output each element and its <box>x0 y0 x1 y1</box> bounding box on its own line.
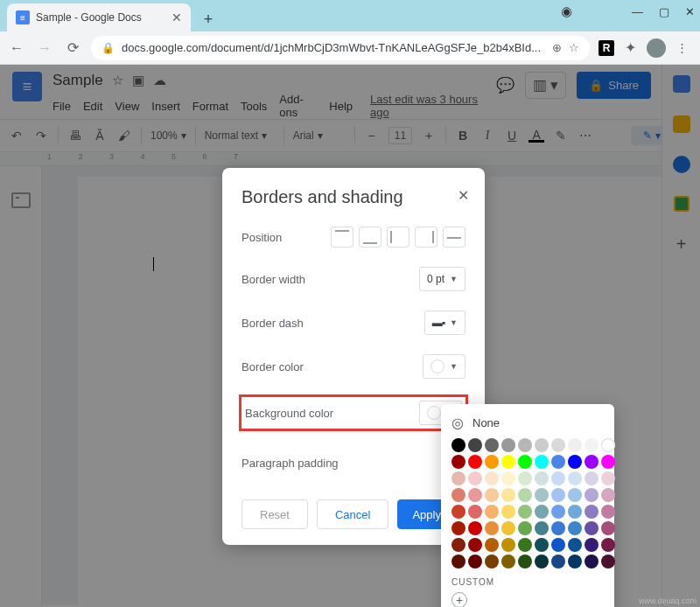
border-width-dropdown[interactable]: 0 pt▼ <box>419 267 466 291</box>
color-swatch[interactable] <box>535 471 549 485</box>
color-swatch[interactable] <box>485 521 499 535</box>
color-swatch[interactable] <box>568 538 582 552</box>
color-swatch[interactable] <box>601 521 615 535</box>
font-dropdown[interactable]: Arial ▾ <box>293 129 346 142</box>
extension-r-icon[interactable]: R <box>598 40 614 56</box>
docs-logo-icon[interactable]: ≡ <box>12 72 42 101</box>
comments-icon[interactable]: 💬 <box>496 76 514 94</box>
color-swatch[interactable] <box>452 488 466 502</box>
share-button[interactable]: 🔒 Share <box>577 72 651 99</box>
font-size-input[interactable]: 11 <box>388 127 412 144</box>
color-swatch[interactable] <box>452 505 466 519</box>
menu-edit[interactable]: Edit <box>83 100 102 113</box>
paint-format-icon[interactable]: 🖌 <box>116 129 132 143</box>
color-swatch[interactable] <box>601 488 615 502</box>
color-swatch[interactable] <box>518 521 532 535</box>
color-none-option[interactable]: ◎ None <box>452 415 604 438</box>
color-swatch[interactable] <box>601 455 615 469</box>
color-swatch[interactable] <box>584 538 598 552</box>
color-swatch[interactable] <box>501 438 515 452</box>
color-swatch[interactable] <box>551 505 565 519</box>
border-position-between[interactable] <box>443 227 466 248</box>
color-swatch[interactable] <box>551 488 565 502</box>
color-swatch[interactable] <box>518 555 532 569</box>
outline-icon[interactable] <box>11 192 31 208</box>
text-color-icon[interactable]: A <box>528 129 544 143</box>
border-position-top[interactable] <box>331 227 354 248</box>
color-swatch[interactable] <box>485 455 499 469</box>
color-swatch[interactable] <box>584 505 598 519</box>
color-swatch[interactable] <box>601 538 615 552</box>
spellcheck-icon[interactable]: Ă <box>92 129 108 143</box>
window-close[interactable]: ✕ <box>685 5 695 18</box>
color-swatch[interactable] <box>485 488 499 502</box>
color-swatch[interactable] <box>468 455 482 469</box>
color-swatch[interactable] <box>551 538 565 552</box>
color-swatch[interactable] <box>551 471 565 485</box>
chrome-menu-icon[interactable]: ⋮ <box>676 41 688 54</box>
color-swatch[interactable] <box>468 538 482 552</box>
calendar-addon-icon[interactable] <box>673 75 690 93</box>
color-swatch[interactable] <box>535 555 549 569</box>
color-swatch[interactable] <box>601 471 615 485</box>
color-swatch[interactable] <box>601 505 615 519</box>
font-size-increase[interactable]: + <box>421 129 437 143</box>
doc-title[interactable]: Sample <box>52 72 103 89</box>
color-swatch[interactable] <box>584 455 598 469</box>
font-size-decrease[interactable]: − <box>364 129 380 143</box>
color-swatch[interactable] <box>535 455 549 469</box>
color-swatch[interactable] <box>468 471 482 485</box>
color-swatch[interactable] <box>518 488 532 502</box>
color-swatch[interactable] <box>452 438 466 452</box>
color-swatch[interactable] <box>452 471 466 485</box>
border-dash-dropdown[interactable]: ▬▪▼ <box>424 310 466 335</box>
color-swatch[interactable] <box>501 538 515 552</box>
color-swatch[interactable] <box>518 438 532 452</box>
add-custom-color-button[interactable]: + <box>452 592 467 607</box>
maps-addon-icon[interactable] <box>674 196 690 212</box>
italic-icon[interactable]: I <box>480 129 495 143</box>
color-swatch[interactable] <box>551 521 565 535</box>
color-swatch[interactable] <box>535 521 549 535</box>
redo-icon[interactable]: ↷ <box>33 129 49 143</box>
color-swatch[interactable] <box>485 471 499 485</box>
reset-button[interactable]: Reset <box>242 499 308 529</box>
nav-reload-icon[interactable]: ⟳ <box>63 39 82 56</box>
color-swatch[interactable] <box>518 505 532 519</box>
border-position-left[interactable] <box>387 227 410 248</box>
color-swatch[interactable] <box>452 538 466 552</box>
menu-file[interactable]: File <box>52 100 71 113</box>
color-swatch[interactable] <box>584 555 598 569</box>
color-swatch[interactable] <box>518 538 532 552</box>
tasks-addon-icon[interactable] <box>673 156 690 173</box>
color-swatch[interactable] <box>568 521 582 535</box>
color-swatch[interactable] <box>551 438 565 452</box>
color-swatch[interactable] <box>584 438 598 452</box>
color-swatch[interactable] <box>485 538 499 552</box>
color-swatch[interactable] <box>485 438 499 452</box>
profile-icon[interactable]: ◉ <box>561 3 572 19</box>
move-icon[interactable]: ▣ <box>132 73 144 88</box>
color-swatch[interactable] <box>535 488 549 502</box>
color-swatch[interactable] <box>568 488 582 502</box>
color-swatch[interactable] <box>452 521 466 535</box>
border-position-bottom[interactable] <box>359 227 382 248</box>
color-swatch[interactable] <box>535 505 549 519</box>
color-swatch[interactable] <box>452 455 466 469</box>
color-swatch[interactable] <box>584 521 598 535</box>
apply-button[interactable]: Apply <box>397 499 446 529</box>
chrome-avatar[interactable] <box>647 38 666 58</box>
menu-insert[interactable]: Insert <box>151 100 180 113</box>
color-swatch[interactable] <box>485 505 499 519</box>
tab-close-icon[interactable]: ✕ <box>172 10 182 24</box>
color-swatch[interactable] <box>468 438 482 452</box>
omnibox-search-icon[interactable]: ⊕ <box>552 41 562 54</box>
color-swatch[interactable] <box>501 455 515 469</box>
menu-addons[interactable]: Add-ons <box>279 93 317 119</box>
window-maximize[interactable]: ▢ <box>659 5 669 18</box>
keep-addon-icon[interactable] <box>673 115 690 133</box>
menu-view[interactable]: View <box>115 100 139 113</box>
color-swatch[interactable] <box>551 455 565 469</box>
undo-icon[interactable]: ↶ <box>9 129 24 143</box>
color-swatch[interactable] <box>501 555 515 569</box>
